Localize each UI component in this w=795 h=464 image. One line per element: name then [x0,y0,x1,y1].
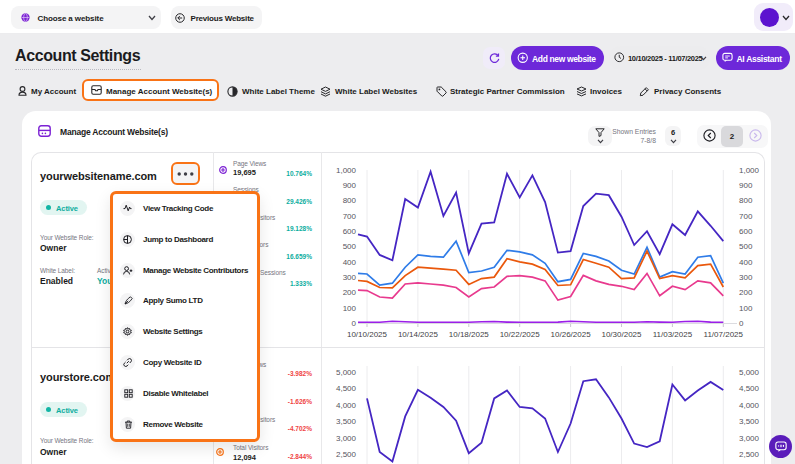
svg-text:300: 300 [739,273,753,282]
svg-text:0: 0 [352,319,357,328]
svg-text:100: 100 [343,304,357,313]
svg-text:10/18/2025: 10/18/2025 [449,330,490,339]
svg-text:3,500: 3,500 [739,417,760,426]
svg-text:10/30/2025: 10/30/2025 [601,330,642,339]
svg-text:10/22/2025: 10/22/2025 [500,330,541,339]
svg-text:1,000: 1,000 [739,166,760,175]
svg-text:1,000: 1,000 [336,166,357,175]
svg-text:900: 900 [343,181,357,190]
svg-text:500: 500 [343,242,357,251]
svg-text:5,000: 5,000 [739,368,760,377]
svg-text:700: 700 [739,212,753,221]
svg-text:800: 800 [343,196,357,205]
svg-text:2,500: 2,500 [739,450,760,459]
svg-text:3,000: 3,000 [336,434,357,443]
svg-text:600: 600 [343,227,357,236]
svg-text:5,000: 5,000 [336,368,357,377]
svg-text:200: 200 [739,288,753,297]
svg-text:11/03/2025: 11/03/2025 [653,330,693,339]
svg-text:0: 0 [739,319,744,328]
svg-text:3,000: 3,000 [739,434,760,443]
svg-text:4,000: 4,000 [336,401,357,410]
svg-text:4,500: 4,500 [739,384,760,393]
svg-text:400: 400 [739,258,753,267]
svg-text:4,000: 4,000 [739,401,760,410]
svg-text:2,500: 2,500 [336,450,357,459]
svg-text:10/14/2025: 10/14/2025 [398,330,439,339]
svg-text:700: 700 [343,212,357,221]
svg-text:100: 100 [739,304,753,313]
svg-text:600: 600 [739,227,753,236]
svg-text:500: 500 [739,242,753,251]
svg-text:300: 300 [343,273,357,282]
svg-text:4,500: 4,500 [336,384,357,393]
svg-text:11/07/2025: 11/07/2025 [704,330,744,339]
svg-text:10/10/2025: 10/10/2025 [347,330,388,339]
svg-text:3,500: 3,500 [336,417,357,426]
svg-text:900: 900 [739,181,753,190]
svg-text:800: 800 [739,196,753,205]
svg-text:400: 400 [343,258,357,267]
svg-text:200: 200 [343,288,357,297]
svg-text:10/26/2025: 10/26/2025 [551,330,592,339]
